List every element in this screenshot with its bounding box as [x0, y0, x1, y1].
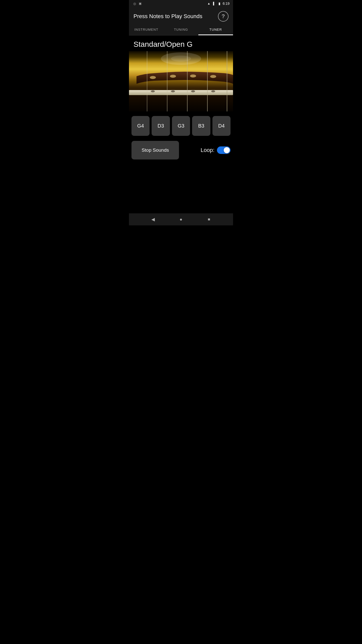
svg-point-7: [171, 90, 175, 92]
status-left-icons: [132, 2, 142, 6]
toggle-knob: [224, 147, 230, 153]
note-g3-button[interactable]: G3: [172, 116, 190, 136]
loop-toggle[interactable]: [217, 146, 231, 154]
tab-tuning[interactable]: TUNING: [164, 24, 198, 35]
signal-icon: [212, 2, 216, 6]
svg-point-4: [190, 74, 196, 77]
note-d4-button[interactable]: D4: [212, 116, 231, 136]
wifi-icon: [207, 2, 211, 6]
header-title: Press Notes to Play Sounds: [133, 13, 202, 20]
svg-point-5: [210, 75, 216, 78]
tab-instrument[interactable]: INSTRUMENT: [129, 24, 164, 35]
svg-point-8: [191, 90, 195, 92]
notification-icon: [132, 2, 137, 6]
loop-label: Loop:: [201, 147, 214, 153]
loop-control: Loop:: [201, 146, 231, 154]
guitar-svg: [129, 51, 233, 111]
svg-point-2: [150, 76, 156, 79]
tuning-name: Standard/Open G: [129, 35, 233, 51]
note-b3-button[interactable]: B3: [192, 116, 210, 136]
nav-back-button[interactable]: [149, 215, 158, 224]
notes-row: G4 D3 G3 B3 D4: [129, 111, 233, 138]
battery-icon: [217, 2, 221, 6]
nav-recent-button[interactable]: [204, 215, 213, 224]
svg-point-3: [170, 75, 176, 78]
guitar-image: [129, 51, 233, 111]
svg-point-16: [171, 56, 191, 62]
system-nav-bar: [129, 213, 233, 225]
stop-sounds-button[interactable]: Stop Sounds: [131, 141, 179, 159]
app-header: Press Notes to Play Sounds ?: [129, 7, 233, 24]
svg-rect-1: [129, 90, 233, 95]
clock: 6:19: [223, 2, 230, 6]
sd-card-icon: [138, 2, 142, 6]
main-content: Standard/Open G: [129, 35, 233, 213]
bottom-controls: Stop Sounds Loop:: [129, 138, 233, 163]
tab-bar: INSTRUMENT TUNING TUNER: [129, 24, 233, 35]
nav-home-button[interactable]: [176, 215, 186, 224]
svg-point-9: [211, 90, 215, 92]
status-right-icons: 6:19: [207, 2, 230, 6]
note-g4-button[interactable]: G4: [131, 116, 150, 136]
tab-tuner[interactable]: TUNER: [198, 24, 233, 35]
note-d3-button[interactable]: D3: [152, 116, 170, 136]
status-bar: 6:19: [129, 0, 233, 7]
help-button[interactable]: ?: [218, 11, 229, 22]
svg-point-6: [151, 90, 155, 92]
